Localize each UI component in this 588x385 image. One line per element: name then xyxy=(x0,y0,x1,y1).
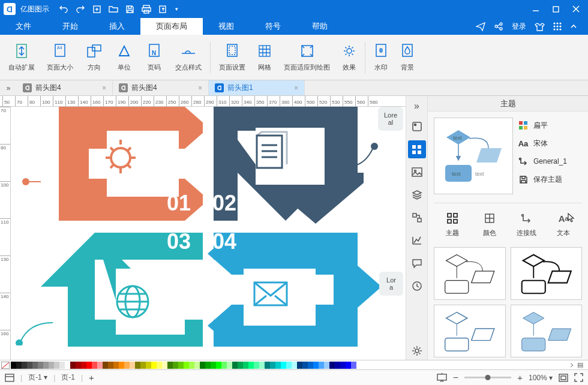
theme-thumbnail[interactable] xyxy=(511,305,583,357)
color-swatch[interactable] xyxy=(319,362,324,369)
color-swatch[interactable] xyxy=(227,362,232,369)
add-page-icon[interactable]: + xyxy=(89,372,94,383)
document-tab-active[interactable]: ᗡ 箭头图1 × xyxy=(209,80,305,95)
color-swatch[interactable] xyxy=(184,362,189,369)
send-icon[interactable] xyxy=(476,22,485,31)
side-history-icon[interactable] xyxy=(408,277,426,295)
color-swatch[interactable] xyxy=(232,362,238,369)
color-swatch[interactable] xyxy=(97,362,103,369)
zoom-slider[interactable] xyxy=(464,377,511,378)
menu-help[interactable]: 帮助 xyxy=(296,18,343,35)
color-swatch[interactable] xyxy=(302,362,308,369)
ribbon-watermark[interactable]: 水印 xyxy=(368,38,394,77)
ribbon-junction-style[interactable]: 交点样式 xyxy=(169,38,208,77)
presentation-icon[interactable] xyxy=(437,373,447,382)
color-swatch[interactable] xyxy=(292,362,297,369)
side-chart-icon[interactable] xyxy=(408,231,426,249)
color-swatch[interactable] xyxy=(70,362,76,369)
color-swatch[interactable] xyxy=(254,362,259,369)
theme-save-row[interactable]: 保存主题 xyxy=(518,174,582,185)
side-format-icon[interactable] xyxy=(408,118,426,136)
page-tab[interactable]: 页-1 xyxy=(61,372,75,383)
colorbar-scroll-icon[interactable] xyxy=(569,362,575,368)
category-text[interactable]: Aa 文本 xyxy=(545,209,582,240)
color-swatch[interactable] xyxy=(346,362,351,369)
color-swatch[interactable] xyxy=(119,362,124,369)
color-swatch[interactable] xyxy=(140,362,146,369)
theme-font-row[interactable]: Aa 宋体 xyxy=(518,138,582,149)
color-swatch[interactable] xyxy=(162,362,167,369)
color-swatch[interactable] xyxy=(81,362,86,369)
zoom-value[interactable]: 100% ▾ xyxy=(529,374,553,382)
ribbon-orientation[interactable]: 方向 xyxy=(79,38,109,77)
color-swatch[interactable] xyxy=(38,362,43,369)
color-swatch[interactable] xyxy=(108,362,113,369)
document-tab[interactable]: ᗡ 箭头图4 × xyxy=(113,80,209,95)
theme-thumbnail[interactable] xyxy=(434,247,506,300)
ribbon-page-size[interactable]: A4页面大小 xyxy=(41,38,79,77)
fit-page-icon[interactable] xyxy=(559,374,568,382)
color-swatch[interactable] xyxy=(11,362,16,369)
fullscreen-icon[interactable] xyxy=(574,373,583,382)
save-icon[interactable] xyxy=(125,5,134,14)
menu-view[interactable]: 视图 xyxy=(203,18,250,35)
color-swatch[interactable] xyxy=(329,362,335,369)
ribbon-page-number[interactable]: N页码 xyxy=(139,38,169,77)
color-swatch[interactable] xyxy=(54,362,59,369)
login-link[interactable]: 登录 xyxy=(512,22,526,32)
apps-icon[interactable] xyxy=(553,22,562,31)
color-swatch[interactable] xyxy=(351,362,356,369)
menu-start[interactable]: 开始 xyxy=(47,18,94,35)
no-fill-swatch[interactable] xyxy=(1,362,10,369)
theme-preview[interactable]: text text text xyxy=(434,118,513,194)
color-swatch[interactable] xyxy=(146,362,151,369)
ribbon-background[interactable]: 背景 xyxy=(394,38,421,77)
tab-close-icon[interactable]: × xyxy=(102,84,106,92)
color-swatch[interactable] xyxy=(173,362,178,369)
color-swatch[interactable] xyxy=(189,362,194,369)
color-swatch[interactable] xyxy=(103,362,108,369)
color-swatch[interactable] xyxy=(259,362,265,369)
color-swatch[interactable] xyxy=(297,362,302,369)
theme-thumbnail[interactable] xyxy=(434,305,506,357)
color-swatch[interactable] xyxy=(113,362,119,369)
colorbar-menu-icon[interactable]: ▤ xyxy=(577,361,583,369)
color-swatch[interactable] xyxy=(16,362,22,369)
tab-close-icon[interactable]: × xyxy=(198,84,202,92)
side-image-icon[interactable] xyxy=(408,163,426,181)
color-swatch[interactable] xyxy=(335,362,340,369)
tshirt-icon[interactable] xyxy=(535,22,545,31)
open-icon[interactable] xyxy=(109,5,118,13)
category-color[interactable]: 颜色 xyxy=(471,209,508,240)
color-swatch[interactable] xyxy=(308,362,313,369)
ribbon-page-setup[interactable]: 页面设置 xyxy=(213,38,251,77)
share-icon[interactable] xyxy=(494,22,503,31)
color-swatch[interactable] xyxy=(216,362,221,369)
color-swatch[interactable] xyxy=(27,362,32,369)
menu-page-layout[interactable]: 页面布局 xyxy=(140,18,203,35)
color-swatch[interactable] xyxy=(130,362,135,369)
menu-symbol[interactable]: 符号 xyxy=(250,18,296,35)
color-swatch[interactable] xyxy=(340,362,346,369)
color-swatch[interactable] xyxy=(248,362,254,369)
menu-file[interactable]: 文件 xyxy=(0,18,47,35)
color-swatch[interactable] xyxy=(135,362,140,369)
category-connector[interactable]: 连接线 xyxy=(508,209,545,240)
color-swatch[interactable] xyxy=(270,362,275,369)
color-swatch[interactable] xyxy=(151,362,157,369)
export-icon[interactable] xyxy=(158,5,168,14)
close-icon[interactable] xyxy=(572,5,580,13)
collapse-ribbon-icon[interactable] xyxy=(570,23,577,30)
color-swatch[interactable] xyxy=(286,362,292,369)
theme-connector-row[interactable]: General_1 xyxy=(518,156,582,167)
color-swatch[interactable] xyxy=(211,362,216,369)
color-swatch[interactable] xyxy=(49,362,54,369)
color-swatch[interactable] xyxy=(59,362,65,369)
side-navigator-icon[interactable] xyxy=(408,209,426,227)
side-collapse-icon[interactable]: » xyxy=(408,100,426,113)
color-swatch[interactable] xyxy=(200,362,205,369)
color-swatch[interactable] xyxy=(281,362,286,369)
tab-close-icon[interactable]: × xyxy=(294,84,298,92)
color-swatch[interactable] xyxy=(324,362,329,369)
theme-style-row[interactable]: 扁平 xyxy=(518,120,582,131)
